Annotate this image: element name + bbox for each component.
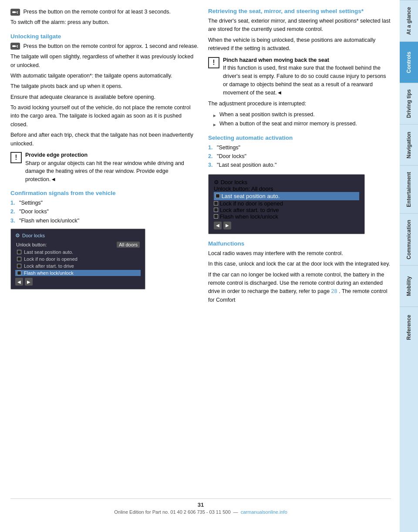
dl-row-1-small: Last seat position auto. [15, 249, 141, 255]
unlocking-para-3: With automatic tailgate operation*: the … [10, 72, 199, 80]
dl-icon-small: ⚙ [15, 232, 20, 239]
sidebar-tab-controls[interactable]: Controls [400, 41, 418, 83]
unlocking-para-4: The tailgate pivots back and up when it … [10, 82, 199, 91]
checkbox-2-small [17, 257, 21, 261]
arrow-left-large: ◀ [214, 222, 222, 229]
warning-pinch-hazard: ! Pinch hazard when moving back the seat… [208, 56, 391, 97]
unlocking-tailgate-heading: Unlocking tailgate [10, 33, 199, 40]
checkbox-2-large [214, 201, 218, 205]
malfunctions-heading: Malfunctions [208, 240, 391, 247]
sidebar-tab-communication[interactable]: Communication [400, 213, 418, 266]
retrieving-heading: Retrieving the seat, mirror, and steerin… [208, 8, 391, 14]
checkbox-1-small [17, 250, 21, 254]
selecting-steps: 1. "Settings" 2. "Door locks" 3. "Last s… [208, 144, 391, 170]
svg-rect-5 [16, 46, 17, 47]
retrieving-para-1: The driver's seat, exterior mirror, and … [208, 17, 391, 34]
malfunction-para-3: If the car can no longer be locked with … [208, 271, 391, 305]
confirmation-heading: Confirmation signals from the vehicle [10, 190, 199, 196]
unlocking-para-5: Ensure that adequate clearance is availa… [10, 93, 199, 101]
dl-row-1-large: Last seat position auto. [214, 192, 359, 200]
dl-row-3-small: Lock after start. to drive [15, 263, 141, 269]
selecting-step-3: 3. "Last seat position auto." [208, 161, 391, 169]
selecting-step-2: 2. "Door locks" [208, 152, 391, 161]
svg-rect-2 [17, 11, 18, 12]
svg-rect-4 [12, 45, 16, 47]
svg-rect-1 [16, 12, 17, 13]
intro-para-2: To switch off the alarm: press any butto… [10, 18, 199, 27]
interrupted-list: ► When a seat position switch is pressed… [208, 111, 391, 128]
checkbox-3-small [17, 264, 21, 268]
dl-title-large: ⚙ Door locks [214, 179, 359, 185]
selecting-heading: Selecting automatic activation [208, 135, 391, 141]
sidebar-tab-navigation[interactable]: Navigation [400, 124, 418, 165]
dl-row-4-large: Flash when lock/unlock [214, 213, 359, 220]
sidebar-tab-reference[interactable]: Reference [400, 306, 418, 348]
key-icon-2 [10, 43, 20, 50]
dl-row-2-small: Lock if no door is opened [15, 256, 141, 262]
unlocking-para-1: Press the button on the remote control f… [10, 42, 199, 51]
intro-para-1: Press the button on the remote control f… [10, 8, 199, 16]
selecting-step-1: 1. "Settings" [208, 144, 391, 152]
key-icon [10, 9, 20, 16]
malfunction-para-2: In this case, unlock and lock the car at… [208, 260, 391, 268]
dl-nav-large: ◀ ▶ [214, 222, 359, 229]
svg-rect-7 [17, 47, 18, 47]
interrupted-item-2: ► When a button of the seat and mirror m… [212, 120, 391, 128]
page-number: 31 [198, 502, 204, 508]
svg-rect-0 [12, 11, 16, 13]
sidebar-tab-mobility[interactable]: Mobility [400, 265, 418, 306]
sidebar-tab-entertainment[interactable]: Entertainment [400, 165, 418, 213]
dl-row-4-small: Flash when lock/unlock [15, 270, 141, 276]
dl-icon-large: ⚙ [214, 179, 219, 185]
door-locks-large-screen: ⚙ Door locks Unlock button: All doors La… [208, 174, 365, 234]
checkbox-3-large [214, 208, 218, 212]
unlocking-para-7: Before and after each trip, check that t… [10, 131, 199, 148]
footer-text: Online Edition for Part no. 01 40 2 606 … [114, 509, 287, 515]
left-column: Press the button on the remote control f… [10, 8, 199, 492]
confirmation-step-3: 3. "Flash when lock/unlock" [10, 217, 199, 225]
sidebar-tab-at-a-glance[interactable]: At a glance [400, 0, 418, 41]
arrow-left-small: ◀ [15, 278, 23, 286]
warning-icon-right: ! [208, 57, 219, 68]
malfunction-para-1: Local radio waves may interfere with the… [208, 249, 391, 258]
arrow-right-large: ▶ [223, 222, 231, 229]
confirmation-step-1: 1. "Settings" [10, 199, 199, 207]
door-locks-small-screen: ⚙ Door locks Unlock button: All doors La… [10, 229, 145, 290]
dl-row-2-large: Lock if no door is opened [214, 200, 359, 207]
checkbox-4-large [214, 214, 218, 219]
retrieving-para-2: When the vehicle is being unlocked, thes… [208, 36, 391, 53]
warning-edge-protection: ! Provide edge protection Sharp or angul… [10, 151, 199, 184]
svg-rect-6 [17, 45, 18, 46]
page-footer: 31 Online Edition for Part no. 01 40 2 6… [10, 498, 391, 515]
checkbox-1-large [216, 194, 220, 198]
dl-unlock-row-small: Unlock button: All doors [15, 241, 141, 248]
right-column: Retrieving the seat, mirror, and steerin… [208, 8, 391, 492]
warning-text: Provide edge protection Sharp or angular… [25, 151, 199, 184]
arrow-right-small: ▶ [25, 278, 33, 286]
confirmation-steps: 1. "Settings" 2. "Door locks" 3. "Flash … [10, 199, 199, 225]
page-ref-link[interactable]: 28 [331, 288, 337, 294]
interrupted-item-1: ► When a seat position switch is pressed… [212, 111, 391, 119]
warning-icon: ! [10, 152, 22, 163]
sidebar-tab-driving-tips[interactable]: Driving tips [400, 83, 418, 124]
warning-text-right: Pinch hazard when moving back the seat I… [223, 56, 391, 97]
dl-unlock-row-large: Unlock button: All doors [214, 185, 359, 192]
unlocking-para-2: The tailgate will open slightly, regardl… [10, 53, 199, 70]
svg-rect-3 [17, 13, 18, 13]
confirmation-step-2: 2. "Door locks" [10, 208, 199, 216]
dl-nav-small: ◀ ▶ [15, 278, 141, 286]
interrupted-heading: The adjustment procedure is interrupted: [208, 100, 391, 108]
dl-row-3-large: Lock after start. to drive [214, 207, 359, 213]
checkbox-4-small [17, 271, 21, 275]
sidebar-tabs: At a glance Controls Driving tips Naviga… [400, 0, 418, 532]
unlocking-para-6: To avoid locking yourself out of the veh… [10, 104, 199, 129]
footer-site[interactable]: carmanualsonline.info [241, 509, 287, 515]
dl-title-small: ⚙ Door locks [15, 232, 141, 239]
